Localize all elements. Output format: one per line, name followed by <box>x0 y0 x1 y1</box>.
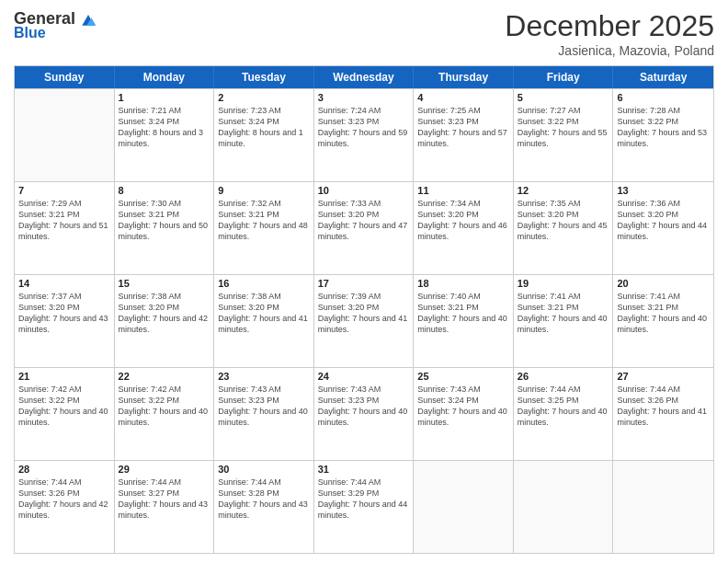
calendar-cell: 9Sunrise: 7:32 AMSunset: 3:21 PMDaylight… <box>214 182 314 274</box>
calendar-cell: 16Sunrise: 7:38 AMSunset: 3:20 PMDayligh… <box>214 275 314 367</box>
logo: General Blue <box>14 9 97 41</box>
day-number: 3 <box>318 92 410 103</box>
day-info: Sunrise: 7:41 AMSunset: 3:21 PMDaylight:… <box>617 291 710 336</box>
day-number: 14 <box>18 278 110 289</box>
day-number: 24 <box>318 371 410 382</box>
day-info: Sunrise: 7:32 AMSunset: 3:21 PMDaylight:… <box>218 198 310 243</box>
calendar-cell: 31Sunrise: 7:44 AMSunset: 3:29 PMDayligh… <box>314 461 415 553</box>
day-number: 16 <box>218 278 310 289</box>
title-block: December 2025 Jasienica, Mazovia, Poland <box>505 9 714 58</box>
calendar-cell: 23Sunrise: 7:43 AMSunset: 3:23 PMDayligh… <box>214 368 314 460</box>
day-info: Sunrise: 7:21 AMSunset: 3:24 PMDaylight:… <box>119 105 210 150</box>
day-number: 8 <box>119 185 210 196</box>
logo-blue-text: Blue <box>14 25 46 41</box>
calendar-header: SundayMondayTuesdayWednesdayThursdayFrid… <box>15 66 713 88</box>
weekday-header-saturday: Saturday <box>613 66 713 88</box>
day-number: 12 <box>518 185 609 196</box>
calendar-cell <box>15 89 115 181</box>
calendar-row-5: 28Sunrise: 7:44 AMSunset: 3:26 PMDayligh… <box>15 460 713 553</box>
calendar-row-2: 7Sunrise: 7:29 AMSunset: 3:21 PMDaylight… <box>15 181 713 274</box>
calendar-cell: 28Sunrise: 7:44 AMSunset: 3:26 PMDayligh… <box>15 461 115 553</box>
day-number: 17 <box>318 278 410 289</box>
day-number: 23 <box>218 371 310 382</box>
day-info: Sunrise: 7:44 AMSunset: 3:29 PMDaylight:… <box>318 477 410 522</box>
day-info: Sunrise: 7:43 AMSunset: 3:23 PMDaylight:… <box>318 384 410 429</box>
day-info: Sunrise: 7:41 AMSunset: 3:21 PMDaylight:… <box>518 291 609 336</box>
day-number: 28 <box>18 464 110 475</box>
calendar-cell: 22Sunrise: 7:42 AMSunset: 3:22 PMDayligh… <box>115 368 215 460</box>
day-number: 20 <box>617 278 710 289</box>
day-number: 10 <box>318 185 410 196</box>
day-number: 30 <box>218 464 310 475</box>
day-info: Sunrise: 7:42 AMSunset: 3:22 PMDaylight:… <box>18 384 110 429</box>
calendar-cell: 5Sunrise: 7:27 AMSunset: 3:22 PMDaylight… <box>514 89 614 181</box>
calendar-cell: 7Sunrise: 7:29 AMSunset: 3:21 PMDaylight… <box>15 182 115 274</box>
weekday-header-sunday: Sunday <box>15 66 115 88</box>
day-info: Sunrise: 7:33 AMSunset: 3:20 PMDaylight:… <box>318 198 410 243</box>
day-info: Sunrise: 7:42 AMSunset: 3:22 PMDaylight:… <box>119 384 210 429</box>
weekday-header-friday: Friday <box>514 66 614 88</box>
day-number: 6 <box>617 92 710 103</box>
calendar-cell <box>514 461 614 553</box>
calendar-cell: 21Sunrise: 7:42 AMSunset: 3:22 PMDayligh… <box>15 368 115 460</box>
day-info: Sunrise: 7:39 AMSunset: 3:20 PMDaylight:… <box>318 291 410 336</box>
calendar-body: 1Sunrise: 7:21 AMSunset: 3:24 PMDaylight… <box>15 88 713 553</box>
calendar-row-3: 14Sunrise: 7:37 AMSunset: 3:20 PMDayligh… <box>15 274 713 367</box>
day-number: 21 <box>18 371 110 382</box>
calendar-row-1: 1Sunrise: 7:21 AMSunset: 3:24 PMDaylight… <box>15 88 713 181</box>
calendar-cell <box>613 461 713 553</box>
weekday-header-wednesday: Wednesday <box>314 66 415 88</box>
calendar-cell: 14Sunrise: 7:37 AMSunset: 3:20 PMDayligh… <box>15 275 115 367</box>
calendar-cell: 25Sunrise: 7:43 AMSunset: 3:24 PMDayligh… <box>414 368 514 460</box>
day-number: 18 <box>417 278 509 289</box>
day-info: Sunrise: 7:37 AMSunset: 3:20 PMDaylight:… <box>18 291 110 336</box>
day-info: Sunrise: 7:30 AMSunset: 3:21 PMDaylight:… <box>119 198 210 243</box>
calendar-cell: 19Sunrise: 7:41 AMSunset: 3:21 PMDayligh… <box>514 275 614 367</box>
day-info: Sunrise: 7:44 AMSunset: 3:28 PMDaylight:… <box>218 477 310 522</box>
day-info: Sunrise: 7:25 AMSunset: 3:23 PMDaylight:… <box>417 105 509 150</box>
calendar-cell: 3Sunrise: 7:24 AMSunset: 3:23 PMDaylight… <box>314 89 415 181</box>
day-number: 29 <box>119 464 210 475</box>
calendar-cell: 27Sunrise: 7:44 AMSunset: 3:26 PMDayligh… <box>613 368 713 460</box>
page-header: General Blue December 2025 Jasienica, Ma… <box>14 9 714 58</box>
day-info: Sunrise: 7:38 AMSunset: 3:20 PMDaylight:… <box>119 291 210 336</box>
calendar-cell: 1Sunrise: 7:21 AMSunset: 3:24 PMDaylight… <box>115 89 215 181</box>
day-info: Sunrise: 7:29 AMSunset: 3:21 PMDaylight:… <box>18 198 110 243</box>
day-number: 4 <box>417 92 509 103</box>
day-number: 13 <box>617 185 710 196</box>
calendar-cell <box>414 461 514 553</box>
day-number: 5 <box>518 92 609 103</box>
calendar: SundayMondayTuesdayWednesdayThursdayFrid… <box>14 65 714 554</box>
day-info: Sunrise: 7:44 AMSunset: 3:26 PMDaylight:… <box>18 477 110 522</box>
calendar-cell: 29Sunrise: 7:44 AMSunset: 3:27 PMDayligh… <box>115 461 215 553</box>
day-info: Sunrise: 7:27 AMSunset: 3:22 PMDaylight:… <box>518 105 609 150</box>
calendar-cell: 8Sunrise: 7:30 AMSunset: 3:21 PMDaylight… <box>115 182 215 274</box>
day-info: Sunrise: 7:44 AMSunset: 3:27 PMDaylight:… <box>119 477 210 522</box>
day-number: 2 <box>218 92 310 103</box>
page-container: General Blue December 2025 Jasienica, Ma… <box>0 0 728 563</box>
calendar-row-4: 21Sunrise: 7:42 AMSunset: 3:22 PMDayligh… <box>15 367 713 460</box>
logo-icon <box>79 10 97 29</box>
day-number: 15 <box>119 278 210 289</box>
day-number: 31 <box>318 464 410 475</box>
calendar-cell: 20Sunrise: 7:41 AMSunset: 3:21 PMDayligh… <box>613 275 713 367</box>
day-info: Sunrise: 7:43 AMSunset: 3:24 PMDaylight:… <box>417 384 509 429</box>
day-number: 27 <box>617 371 710 382</box>
calendar-cell: 13Sunrise: 7:36 AMSunset: 3:20 PMDayligh… <box>613 182 713 274</box>
day-info: Sunrise: 7:23 AMSunset: 3:24 PMDaylight:… <box>218 105 310 150</box>
calendar-cell: 12Sunrise: 7:35 AMSunset: 3:20 PMDayligh… <box>514 182 614 274</box>
calendar-cell: 30Sunrise: 7:44 AMSunset: 3:28 PMDayligh… <box>214 461 314 553</box>
day-info: Sunrise: 7:38 AMSunset: 3:20 PMDaylight:… <box>218 291 310 336</box>
weekday-header-monday: Monday <box>115 66 215 88</box>
day-number: 1 <box>119 92 210 103</box>
day-number: 26 <box>518 371 609 382</box>
weekday-header-tuesday: Tuesday <box>214 66 314 88</box>
day-number: 19 <box>518 278 609 289</box>
location-title: Jasienica, Mazovia, Poland <box>505 43 714 58</box>
calendar-cell: 15Sunrise: 7:38 AMSunset: 3:20 PMDayligh… <box>115 275 215 367</box>
month-title: December 2025 <box>505 9 714 43</box>
calendar-cell: 11Sunrise: 7:34 AMSunset: 3:20 PMDayligh… <box>414 182 514 274</box>
day-info: Sunrise: 7:35 AMSunset: 3:20 PMDaylight:… <box>518 198 609 243</box>
weekday-header-thursday: Thursday <box>414 66 514 88</box>
calendar-cell: 2Sunrise: 7:23 AMSunset: 3:24 PMDaylight… <box>214 89 314 181</box>
